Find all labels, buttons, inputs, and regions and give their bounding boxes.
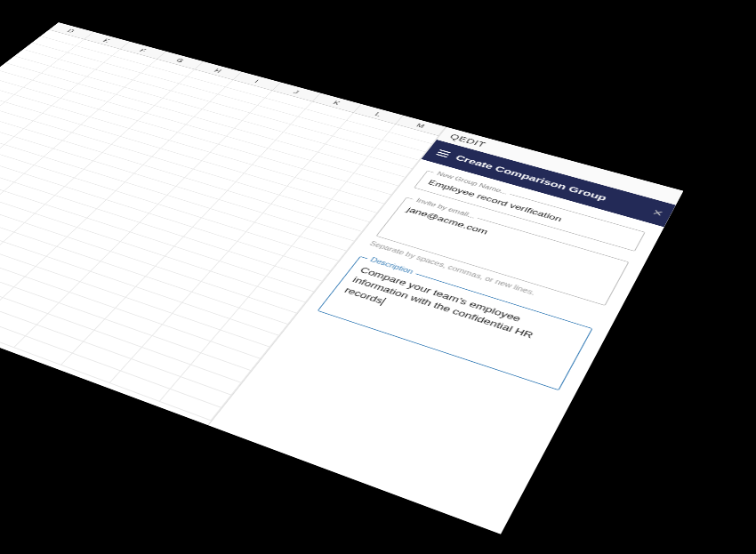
- text-cursor-icon: [381, 298, 387, 306]
- app-window: D E F G H I J K L M QEDIT Create Compari…: [0, 22, 683, 534]
- hamburger-icon[interactable]: [436, 149, 451, 157]
- description-field[interactable]: Description Compare your team's employee…: [318, 256, 593, 390]
- description-input[interactable]: Compare your team's employee information…: [331, 265, 579, 381]
- close-icon[interactable]: ✕: [651, 208, 665, 218]
- description-label: Description: [366, 255, 418, 276]
- invite-hint: Separate by spaces, commas, or new lines…: [368, 240, 603, 317]
